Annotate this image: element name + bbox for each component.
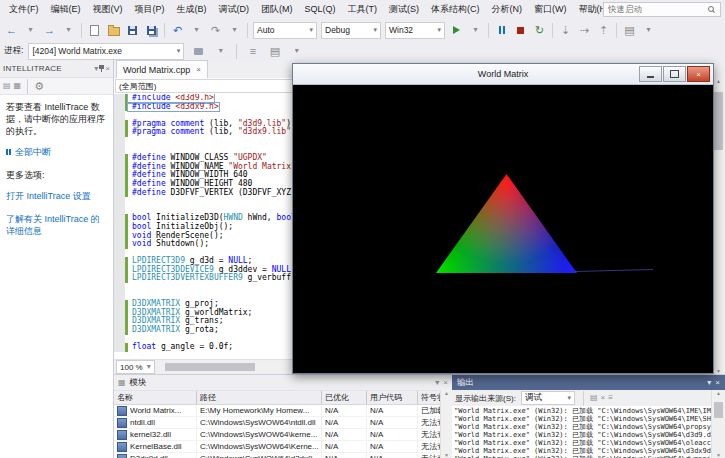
output-line[interactable]: "World Matrix.exe" (Win32): 已加载 "C:\Wind… — [454, 447, 710, 455]
menu-item[interactable]: 文件(F) — [3, 0, 45, 18]
window-controls: × — [639, 66, 710, 82]
menu-item[interactable]: 分析(N) — [486, 0, 529, 18]
zoom-combo[interactable]: 100 % ▾ — [116, 360, 155, 374]
new-file-button[interactable] — [85, 21, 104, 39]
module-column-header[interactable]: 用户代码 — [367, 391, 418, 404]
step-out-icon[interactable]: ⇡ — [594, 21, 613, 39]
output-line[interactable]: "World Matrix.exe" (Win32): 已加载 "C:\Wind… — [454, 407, 710, 415]
menu-item[interactable]: 窗口(W) — [528, 0, 573, 18]
module-row[interactable]: D3dx9d.dllC:\Windows\SysWOW64\d3dx9...N/… — [114, 453, 452, 458]
chevron-down-icon[interactable]: ▾ — [707, 379, 711, 387]
menu-item[interactable]: 调试(D) — [213, 0, 256, 18]
output-source-combo[interactable]: 调试 ▾ — [521, 391, 575, 405]
menu-item[interactable]: 团队(M) — [255, 0, 299, 18]
list-icon[interactable]: ▤ — [620, 21, 639, 39]
undo-icon[interactable]: ↶ — [168, 21, 187, 39]
navigate-forward-icon[interactable]: → — [40, 21, 59, 39]
events-view-icon[interactable]: ▤ — [3, 82, 11, 90]
close-icon[interactable]: × — [715, 379, 720, 387]
modules-scrollbar[interactable]: ▲ ▼ — [440, 390, 452, 458]
intellitrace-title-bar[interactable]: INTELLITRACE ▾ × — [0, 60, 113, 78]
open-intellitrace-settings-link[interactable]: 打开 IntelliTrace 设置 — [6, 190, 107, 202]
menu-item[interactable]: 工具(T) — [342, 0, 384, 18]
scroll-up-icon[interactable]: ▲ — [444, 390, 449, 396]
open-file-button[interactable] — [104, 21, 123, 39]
module-row[interactable]: World Matrix...E:\My Homework\My Homew..… — [114, 405, 452, 417]
output-line[interactable]: "World Matrix.exe" (Win32): 已加载 "C:\Wind… — [454, 431, 710, 439]
undo-caret-icon[interactable]: ▾ — [187, 21, 206, 39]
pin-icon[interactable] — [98, 65, 105, 73]
quick-launch-box[interactable]: 快速启动 — [603, 2, 721, 17]
solution-config-combo[interactable]: Debug▾ — [321, 22, 381, 39]
calls-view-icon[interactable]: ▦ — [14, 82, 22, 90]
menu-item[interactable]: 体系结构(C) — [425, 0, 486, 18]
maximize-button[interactable] — [663, 66, 686, 82]
close-button[interactable]: × — [687, 66, 710, 82]
navigate-forward-caret-icon[interactable]: ▾ — [59, 21, 78, 39]
scroll-up-icon[interactable]: ▲ — [716, 78, 721, 84]
module-column-header[interactable]: 路径 — [197, 391, 322, 404]
close-icon[interactable]: × — [443, 379, 448, 387]
scrollbar-thumb[interactable] — [714, 402, 723, 418]
output-log[interactable]: "World Matrix.exe" (Win32): 已加载 "C:\Wind… — [452, 406, 712, 458]
stop-debugging-button[interactable] — [511, 21, 530, 39]
thread-list-icon[interactable]: ≡ — [243, 42, 262, 60]
scroll-down-icon[interactable]: ▼ — [716, 452, 721, 458]
output-line[interactable]: "World Matrix.exe" (Win32): 已加载 "C:\Wind… — [454, 423, 710, 431]
toolbar-options-caret-icon[interactable]: ▾ — [639, 21, 658, 39]
modules-title-bar[interactable]: ▦ 模块 ▾ × — [114, 375, 452, 391]
process-combo[interactable]: [4204] World Matrix.exe▾ — [28, 43, 184, 60]
scroll-down-icon[interactable]: ▼ — [444, 452, 449, 458]
gear-icon[interactable]: ⚙ — [34, 81, 44, 92]
save-button[interactable] — [123, 21, 142, 39]
menu-item[interactable]: 生成(B) — [171, 0, 213, 18]
step-over-icon[interactable]: ⇢ — [575, 21, 594, 39]
module-row[interactable]: ntdll.dllC:\Windows\SysWOW64\ntdll.dllN/… — [114, 417, 452, 429]
tab-world-matrix-cpp[interactable]: World Matrix.cpp × — [116, 60, 208, 78]
world-matrix-window[interactable]: World Matrix × — [292, 63, 714, 374]
messages-icon[interactable]: ▤ — [590, 394, 598, 402]
save-all-button[interactable] — [142, 21, 161, 39]
scrollbar-thumb[interactable] — [165, 363, 255, 371]
close-icon[interactable]: × — [105, 65, 110, 73]
breakpoint-margin — [114, 163, 125, 172]
lifecycle-caret-icon[interactable]: ▾ — [211, 42, 230, 60]
restart-icon[interactable]: ↻ — [530, 21, 549, 39]
app-title-bar[interactable]: World Matrix × — [293, 64, 713, 85]
auto-combo[interactable]: Auto▾ — [253, 22, 317, 39]
clear-all-icon[interactable]: × — [600, 394, 605, 402]
navigate-back-caret-icon[interactable]: ▾ — [21, 21, 40, 39]
menu-item[interactable]: 编辑(E) — [45, 0, 87, 18]
output-line[interactable]: "World Matrix.exe" (Win32): 已加载 "C:\Wind… — [454, 439, 710, 447]
frame-caret-icon[interactable]: ▾ — [287, 42, 306, 60]
tab-close-icon[interactable]: × — [196, 65, 201, 74]
menu-item[interactable]: 项目(P) — [129, 0, 171, 18]
break-all-link[interactable]: 全部中断 — [15, 146, 51, 158]
scroll-up-icon[interactable]: ▲ — [716, 390, 721, 396]
word-wrap-icon[interactable]: ≡ — [608, 394, 613, 402]
output-title-bar[interactable]: 输出 ▾ × — [452, 375, 725, 390]
navigate-back-icon[interactable]: ← — [2, 21, 21, 39]
lifecycle-events-button[interactable] — [189, 42, 208, 60]
continue-caret-icon[interactable]: ▾ — [466, 21, 485, 39]
break-all-button[interactable] — [492, 21, 511, 39]
platform-combo[interactable]: Win32▾ — [385, 22, 445, 39]
output-line[interactable]: "World Matrix.exe" (Win32): 已加载 "C:\Wind… — [454, 415, 710, 423]
module-row[interactable]: KernelBase.dllC:\Windows\SysWOW64\Kerne.… — [114, 441, 452, 453]
step-into-icon[interactable]: ⇣ — [556, 21, 575, 39]
chevron-down-icon[interactable]: ▾ — [435, 379, 439, 387]
learn-more-link[interactable]: 了解有关 IntelliTrace 的详细信息 — [6, 213, 107, 237]
menu-item[interactable]: 视图(V) — [87, 0, 129, 18]
minimize-button[interactable] — [639, 66, 662, 82]
stack-frame-icon[interactable]: ▤ — [265, 42, 284, 60]
module-column-header[interactable]: 已优化 — [322, 391, 367, 404]
menu-item[interactable]: SQL(Q) — [299, 0, 342, 18]
module-column-header[interactable]: 名称 — [114, 391, 197, 404]
scrollbar-thumb[interactable] — [714, 92, 723, 150]
continue-button[interactable] — [447, 21, 466, 39]
redo-caret-icon[interactable]: ▾ — [225, 21, 244, 39]
output-scrollbar[interactable]: ▲ ▼ — [711, 390, 725, 458]
module-row[interactable]: kernel32.dllC:\Windows\SysWOW64\kerne...… — [114, 429, 452, 441]
menu-item[interactable]: 测试(S) — [383, 0, 425, 18]
redo-icon[interactable]: ↷ — [206, 21, 225, 39]
